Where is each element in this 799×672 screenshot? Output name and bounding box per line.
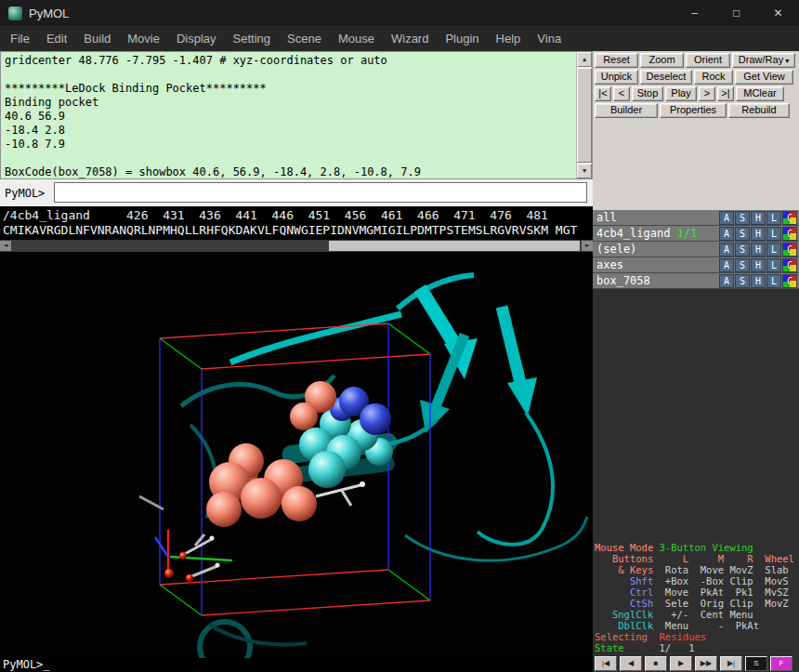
player-play-button[interactable]: ▶▶ bbox=[695, 656, 717, 671]
hide-button[interactable]: H bbox=[751, 274, 766, 288]
object-row-sele[interactable]: (sele) A S H L C bbox=[593, 242, 799, 257]
object-row-axes[interactable]: axes A S H L C bbox=[593, 257, 799, 273]
movie-prev-button[interactable]: < bbox=[613, 86, 630, 101]
menu-item-vina[interactable]: Vina bbox=[529, 26, 570, 51]
scroll-up-button[interactable]: ▲ bbox=[577, 52, 592, 67]
action-button[interactable]: A bbox=[719, 227, 734, 241]
seq-toggle-button[interactable]: S bbox=[745, 656, 767, 671]
color-button[interactable]: C bbox=[782, 274, 797, 288]
sequence-object-name[interactable]: /4cb4_ligand bbox=[3, 208, 90, 222]
get-view-button[interactable]: Get View bbox=[735, 70, 793, 85]
selecting-row[interactable]: Selecting Residues bbox=[595, 631, 799, 642]
menu-item-edit[interactable]: Edit bbox=[38, 26, 75, 51]
builder-button[interactable]: Builder bbox=[595, 103, 658, 118]
action-button[interactable]: A bbox=[719, 243, 734, 257]
mclear-button[interactable]: MClear bbox=[736, 86, 784, 101]
menu-item-wizard[interactable]: Wizard bbox=[383, 26, 437, 51]
reset-button[interactable]: Reset bbox=[595, 53, 638, 68]
color-button[interactable]: C bbox=[782, 258, 797, 272]
hide-button[interactable]: H bbox=[751, 211, 766, 225]
menu-item-movie[interactable]: Movie bbox=[119, 26, 168, 51]
movie-first-button[interactable]: |< bbox=[595, 86, 611, 101]
command-row: PyMOL> bbox=[0, 179, 593, 206]
label-button[interactable]: L bbox=[766, 211, 781, 225]
sequence-ruler: 426 431 436 441 446 451 456 461 466 471 … bbox=[126, 208, 548, 222]
label-button[interactable]: L bbox=[766, 274, 781, 288]
selecting-value[interactable]: Residues bbox=[648, 631, 706, 642]
label-button[interactable]: L bbox=[766, 258, 781, 272]
object-name[interactable]: axes bbox=[596, 258, 623, 271]
movie-play-button[interactable]: Play bbox=[665, 86, 697, 101]
unpick-button[interactable]: Unpick bbox=[595, 70, 638, 85]
color-button[interactable]: C bbox=[782, 211, 797, 225]
fullscreen-button[interactable]: F bbox=[770, 656, 792, 671]
mouse-mode-value[interactable]: 3-Button Viewing bbox=[660, 542, 753, 553]
player-last-button[interactable]: ▶| bbox=[720, 656, 742, 671]
sequence-viewer[interactable]: /4cb4_ligand 426 431 436 441 446 451 456… bbox=[0, 206, 593, 253]
menu-item-file[interactable]: File bbox=[2, 26, 38, 51]
movie-next-button[interactable]: > bbox=[699, 86, 715, 101]
show-button[interactable]: S bbox=[735, 211, 750, 225]
object-name[interactable]: 4cb4_ligand bbox=[596, 227, 670, 240]
menu-item-plugin[interactable]: Plugin bbox=[437, 26, 487, 51]
zoom-button[interactable]: Zoom bbox=[640, 53, 684, 68]
console-scrollbar[interactable]: ▲ ▼ bbox=[576, 52, 592, 178]
draw-ray-button[interactable]: Draw/Ray▾ bbox=[732, 53, 795, 68]
sequence-residues[interactable]: CMIKAVRGDLNFVNRANQRLNPMHQLLRHFQKDAKVLFQN… bbox=[3, 223, 577, 237]
scroll-thumb[interactable] bbox=[577, 68, 592, 163]
action-button[interactable]: A bbox=[719, 258, 734, 272]
label-button[interactable]: L bbox=[766, 243, 781, 257]
output-console[interactable]: gridcenter 48.776 -7.795 -1.407 # xyz-co… bbox=[0, 51, 593, 179]
object-name[interactable]: box_7058 bbox=[596, 274, 650, 287]
sequence-scrollbar[interactable]: ◄ ► bbox=[0, 240, 593, 252]
show-button[interactable]: S bbox=[735, 227, 750, 241]
player-back-button[interactable]: ◀ bbox=[620, 656, 642, 671]
protein-ribbon-front[interactable] bbox=[230, 275, 587, 560]
menu-item-setting[interactable]: Setting bbox=[225, 26, 279, 51]
hide-button[interactable]: H bbox=[751, 243, 766, 257]
maximize-button[interactable]: □ bbox=[715, 0, 757, 26]
object-row-all[interactable]: all A S H L C bbox=[593, 210, 799, 226]
properties-button[interactable]: Properties bbox=[660, 103, 727, 118]
action-button[interactable]: A bbox=[719, 274, 734, 288]
seq-scroll-thumb[interactable] bbox=[329, 241, 580, 251]
seq-scroll-right-button[interactable]: ► bbox=[582, 241, 593, 251]
player-stop-button[interactable]: ■ bbox=[645, 656, 667, 671]
menu-item-scene[interactable]: Scene bbox=[279, 26, 330, 51]
rock-button[interactable]: Rock bbox=[694, 70, 733, 85]
scroll-down-button[interactable]: ▼ bbox=[577, 164, 592, 178]
show-button[interactable]: S bbox=[735, 274, 750, 288]
show-button[interactable]: S bbox=[735, 258, 750, 272]
object-name[interactable]: all bbox=[596, 211, 617, 224]
hide-button[interactable]: H bbox=[751, 227, 766, 241]
action-button[interactable]: A bbox=[719, 211, 734, 225]
movie-last-button[interactable]: >| bbox=[717, 86, 734, 101]
viewport-scene[interactable] bbox=[0, 253, 593, 658]
menu-item-build[interactable]: Build bbox=[75, 26, 119, 51]
deselect-button[interactable]: Deselect bbox=[640, 70, 692, 85]
close-button[interactable]: ✕ bbox=[757, 0, 799, 26]
menu-item-help[interactable]: Help bbox=[488, 26, 530, 51]
viewport-command-prompt[interactable]: PyMOL>_ bbox=[0, 658, 593, 672]
orient-button[interactable]: Orient bbox=[686, 53, 730, 68]
movie-stop-button[interactable]: Stop bbox=[632, 86, 663, 101]
object-name[interactable]: (sele) bbox=[596, 243, 636, 256]
player-first-button[interactable]: |◀ bbox=[595, 656, 617, 671]
mouse-mode-title[interactable]: Mouse Mode 3-Button Viewing bbox=[595, 542, 799, 553]
menu-item-display[interactable]: Display bbox=[168, 26, 225, 51]
object-row-4cb4-ligand[interactable]: 4cb4_ligand 1/1 A S H L C bbox=[593, 226, 799, 242]
viewport-3d[interactable] bbox=[0, 253, 593, 658]
seq-scroll-left-button[interactable]: ◄ bbox=[0, 241, 11, 251]
rebuild-button[interactable]: Rebuild bbox=[728, 103, 790, 118]
color-button[interactable]: C bbox=[782, 227, 797, 241]
player-forward-button[interactable]: ▶ bbox=[670, 656, 692, 671]
label-button[interactable]: L bbox=[766, 227, 781, 241]
object-row-box-7058[interactable]: box_7058 A S H L C bbox=[593, 273, 799, 289]
mouse-row-key: & Keys bbox=[595, 564, 653, 575]
minimize-button[interactable]: – bbox=[674, 0, 715, 26]
command-input[interactable] bbox=[54, 182, 587, 203]
hide-button[interactable]: H bbox=[751, 258, 766, 272]
color-button[interactable]: C bbox=[782, 243, 797, 257]
show-button[interactable]: S bbox=[735, 243, 750, 257]
menu-item-mouse[interactable]: Mouse bbox=[330, 26, 383, 51]
